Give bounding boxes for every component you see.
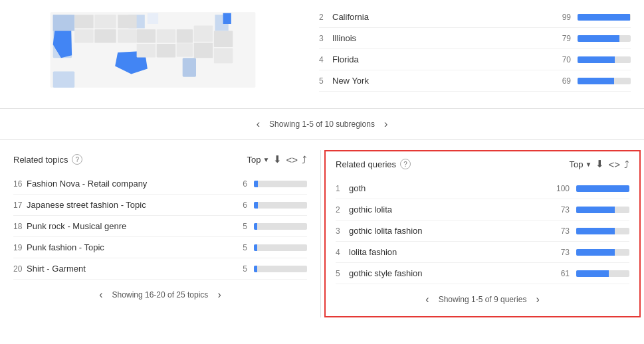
svg-rect-4 [53,15,75,31]
query-row-5: 5 gothic style fashion 61 [336,263,629,284]
top-section: 2 California 99 3 Illinois 79 4 Florida … [0,0,644,109]
svg-rect-21 [214,31,233,47]
topic-row-20: 20 Shirt - Garment 5 [13,258,307,280]
svg-rect-11 [74,15,93,28]
queries-download-icon[interactable]: ⬇ [595,158,604,170]
related-topics-panel: Related topics ? Top ▼ ⬇ <> ⤴ 16 Fashion… [0,147,320,321]
svg-rect-17 [137,29,156,43]
svg-rect-15 [94,29,116,43]
svg-rect-10 [223,13,231,24]
svg-rect-16 [118,29,136,43]
queries-panel-header: Related queries ? Top ▼ ⬇ <> ⤴ [336,158,629,170]
svg-rect-12 [94,15,116,28]
region-row-illinois: 3 Illinois 79 [319,28,631,49]
topic-row-18: 18 Punk rock - Musical genre 5 [13,216,307,237]
map-container [0,0,306,102]
queries-dropdown-label: Top [570,159,584,169]
topics-help-icon[interactable]: ? [72,154,82,165]
topics-next-btn[interactable]: › [213,288,225,302]
svg-rect-24 [177,43,193,56]
queries-embed-icon[interactable]: <> [608,159,620,170]
topics-embed-icon[interactable]: <> [286,154,298,165]
svg-rect-6 [183,58,196,76]
panel-divider [320,150,321,317]
region-row-florida: 4 Florida 70 [319,49,631,70]
topics-pagination-text: Showing 16-20 of 25 topics [112,290,209,300]
svg-rect-23 [157,44,175,57]
svg-rect-13 [118,15,136,28]
query-row-2: 2 gothic lolita 73 [336,199,629,220]
queries-controls: Top ▼ ⬇ <> ⤴ [570,158,629,170]
svg-rect-14 [74,29,93,43]
region-row-newyork: 5 New York 69 [319,70,631,92]
query-row-4: 4 lolita fashion 73 [336,242,629,263]
queries-share-icon[interactable]: ⤴ [624,159,629,170]
topics-controls: Top ▼ ⬇ <> ⤴ [247,153,307,165]
topic-row-17: 17 Japanese street fashion - Topic 6 [13,195,307,216]
regions-next-btn[interactable]: › [380,117,391,131]
queries-help-icon[interactable]: ? [400,159,411,169]
regions-pagination: ‹ Showing 1-5 of 10 subregions › [0,109,644,140]
svg-rect-22 [137,44,156,57]
topics-dropdown-label: Top [247,155,261,165]
svg-rect-20 [194,25,213,41]
topics-download-icon[interactable]: ⬇ [273,153,282,165]
svg-rect-19 [177,29,193,43]
svg-rect-18 [157,29,175,43]
regions-prev-btn[interactable]: ‹ [253,117,264,131]
queries-dropdown-arrow: ▼ [586,161,592,168]
queries-pagination-text: Showing 1-5 of 9 queries [439,295,527,304]
svg-rect-27 [53,72,75,88]
bottom-section: Related topics ? Top ▼ ⬇ <> ⤴ 16 Fashion… [0,140,644,327]
related-queries-panel: Related queries ? Top ▼ ⬇ <> ⤴ 1 goth 10… [324,150,641,317]
regions-pagination-text: Showing 1-5 of 10 subregions [269,120,375,129]
query-row-1: 1 goth 100 [336,178,629,199]
topics-dropdown[interactable]: Top ▼ [247,155,270,165]
queries-dropdown[interactable]: Top ▼ [570,159,592,169]
regions-list: 2 California 99 3 Illinois 79 4 Florida … [306,0,644,102]
topics-prev-btn[interactable]: ‹ [95,288,106,302]
queries-next-btn[interactable]: › [532,292,543,307]
svg-rect-25 [194,43,213,58]
topics-dropdown-arrow: ▼ [263,156,270,163]
query-row-3: 3 gothic lolita fashion 73 [336,220,629,242]
topics-title: Related topics [13,155,68,165]
us-map [7,7,299,93]
queries-pagination: ‹ Showing 1-5 of 9 queries › [336,284,629,309]
topic-row-19: 19 Punk fashion - Topic 5 [13,237,307,258]
topics-pagination: ‹ Showing 16-20 of 25 topics › [13,280,307,305]
region-row-california: 2 California 99 [319,7,631,28]
svg-rect-26 [214,48,233,64]
topics-share-icon[interactable]: ⤴ [302,154,307,165]
svg-rect-8 [148,13,158,24]
queries-prev-btn[interactable]: ‹ [421,292,433,307]
topic-row-16: 16 Fashion Nova - Retail company 6 [13,173,307,195]
topics-panel-header: Related topics ? Top ▼ ⬇ <> ⤴ [13,153,307,165]
queries-title: Related queries [336,159,396,169]
